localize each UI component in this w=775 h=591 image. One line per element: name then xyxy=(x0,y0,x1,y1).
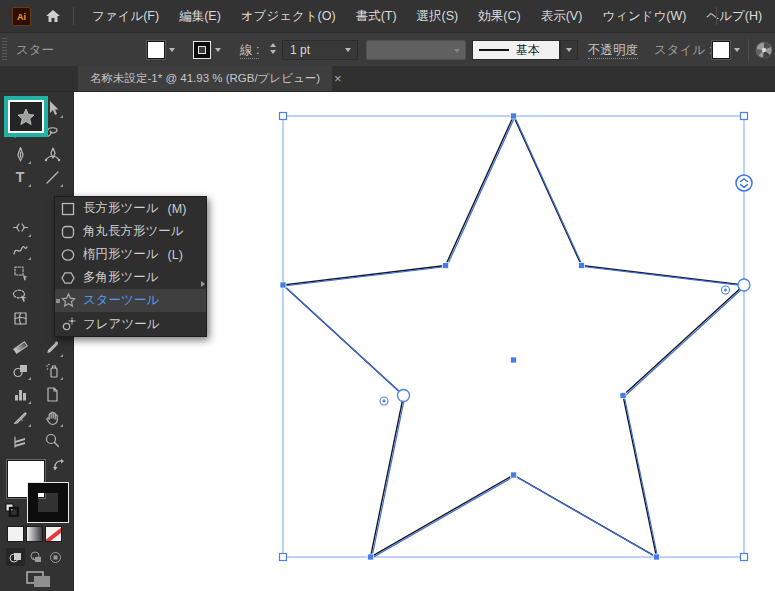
stroke-dropdown-chevron-icon[interactable] xyxy=(215,48,221,52)
hand-tool[interactable] xyxy=(40,406,64,428)
star-icon xyxy=(60,293,76,309)
tearoff-arrow-icon[interactable] xyxy=(201,281,205,287)
style-dropdown-chevron-icon[interactable] xyxy=(734,48,740,52)
bbox-corner-handles xyxy=(280,113,748,561)
fill-color-swatch[interactable] xyxy=(147,41,165,59)
flyout-indicator xyxy=(28,401,31,404)
none-button[interactable] xyxy=(45,526,62,542)
style-swatch[interactable] xyxy=(712,41,730,59)
flyout-item-flare[interactable]: フレアツール xyxy=(55,312,206,335)
symbol-sprayer-tool[interactable] xyxy=(40,359,64,381)
menu-edit[interactable]: 編集(E) xyxy=(169,8,231,25)
graph-tool[interactable] xyxy=(8,383,32,405)
rectangle-icon xyxy=(60,201,76,217)
rounded-rectangle-icon xyxy=(60,224,76,240)
handle-bottom-right[interactable] xyxy=(741,554,748,561)
menu-select[interactable]: 選択(S) xyxy=(407,8,469,25)
curvature-tool[interactable] xyxy=(40,143,64,165)
recolor-artwork-icon[interactable] xyxy=(754,40,774,64)
menu-help[interactable]: ヘルプ(H) xyxy=(696,8,772,25)
stroke-weight-chevron-icon xyxy=(345,48,351,52)
handle-top-left[interactable] xyxy=(280,113,287,120)
opacity-link[interactable]: 不透明度 xyxy=(588,43,638,59)
artboard-tool[interactable] xyxy=(40,383,64,405)
flyout-item-rounded-rectangle[interactable]: 角丸長方形ツール xyxy=(55,220,206,243)
free-transform-tool[interactable] xyxy=(8,261,32,283)
menu-view[interactable]: 表示(V) xyxy=(531,8,593,25)
shape-builder-tool[interactable] xyxy=(8,359,32,381)
selection-type-label: スター xyxy=(16,33,54,67)
corner-widget-left[interactable] xyxy=(398,390,410,402)
flyout-item-ellipse[interactable]: 楕円形ツール (L) xyxy=(55,243,206,266)
menubar-separator xyxy=(73,7,74,25)
width-profile-combo-disabled xyxy=(366,40,466,60)
flyout-indicator xyxy=(60,354,63,357)
draw-behind-mode-button[interactable] xyxy=(26,548,45,566)
warp-tool[interactable] xyxy=(8,239,32,261)
target-indicator-right xyxy=(722,286,730,294)
flyout-indicator xyxy=(60,424,63,427)
draw-inside-mode-button[interactable] xyxy=(46,548,65,566)
line-segment-tool[interactable] xyxy=(40,166,64,188)
anchor-inner-lower-right[interactable] xyxy=(620,393,626,399)
stroke-panel-link[interactable]: 線 : xyxy=(240,43,259,59)
default-fill-stroke-icon[interactable] xyxy=(5,503,19,521)
anchor-bottom-left[interactable] xyxy=(368,554,374,560)
menu-type[interactable]: 書式(T) xyxy=(346,8,407,25)
handle-top-right[interactable] xyxy=(741,113,748,120)
menu-file[interactable]: ファイル(F) xyxy=(82,8,169,25)
tab-close-button[interactable]: × xyxy=(328,66,348,91)
stroke-style-name: 基本 xyxy=(516,42,540,59)
star-tool-highlight[interactable] xyxy=(4,96,48,137)
ellipse-icon xyxy=(60,247,76,263)
pen-tool[interactable] xyxy=(8,143,32,165)
home-icon[interactable] xyxy=(45,8,61,28)
flyout-indicator xyxy=(28,377,31,380)
screen-mode-icon[interactable] xyxy=(25,570,54,591)
width-tool[interactable] xyxy=(8,216,32,238)
stroke-style-dropdown[interactable] xyxy=(560,40,578,60)
slice-tool[interactable] xyxy=(8,406,32,428)
center-point[interactable] xyxy=(511,357,517,363)
stroke-weight-combo[interactable]: 1 pt xyxy=(282,40,358,60)
panel-grip[interactable] xyxy=(2,38,7,62)
target-indicator-left xyxy=(380,397,388,405)
color-button[interactable] xyxy=(7,526,24,542)
document-tab[interactable]: 名称未設定-1* @ 41.93 % (RGB/プレビュー) × xyxy=(78,66,332,91)
menu-object[interactable]: オブジェクト(O) xyxy=(231,8,346,25)
flyout-item-polygon[interactable]: 多角形ツール xyxy=(55,266,206,289)
rotate-view-tool[interactable] xyxy=(8,429,32,451)
anchor-inner-upper-right[interactable] xyxy=(579,263,585,269)
style-label: スタイル : xyxy=(654,33,712,67)
flyout-indicator xyxy=(28,184,31,187)
zoom-tool[interactable] xyxy=(40,429,64,451)
menu-effect[interactable]: 効果(C) xyxy=(468,8,530,25)
stroke-weight-stepper[interactable] xyxy=(270,43,276,54)
star-shape-stroke[interactable] xyxy=(283,116,744,557)
stroke-style-preview[interactable]: 基本 xyxy=(472,40,560,60)
handle-bottom-left[interactable] xyxy=(280,554,287,561)
anchor-top[interactable] xyxy=(511,113,517,119)
fill-dropdown-chevron-icon[interactable] xyxy=(169,48,175,52)
gradient-tool[interactable] xyxy=(8,336,32,358)
rotate-widget-icon[interactable] xyxy=(736,175,752,191)
menu-window[interactable]: ウィンドウ(W) xyxy=(592,8,696,25)
stroke-color-swatch[interactable] xyxy=(193,41,211,59)
swap-fill-stroke-icon[interactable] xyxy=(52,458,67,477)
anchor-inner-bottom[interactable] xyxy=(511,472,517,478)
controlbar-separator xyxy=(748,39,749,61)
gradient-button[interactable] xyxy=(26,526,43,542)
anchor-left[interactable] xyxy=(280,282,286,288)
stroke-color-proxy[interactable] xyxy=(28,483,68,522)
perspective-grid-tool[interactable] xyxy=(8,284,32,306)
corner-widget-right[interactable] xyxy=(738,279,750,291)
mesh-tool[interactable] xyxy=(8,307,32,329)
flyout-item-star[interactable]: スターツール xyxy=(55,289,206,312)
type-tool[interactable]: T xyxy=(8,166,32,188)
flyout-indicator xyxy=(28,234,31,237)
flyout-item-rectangle[interactable]: 長方形ツール (M) xyxy=(55,197,206,220)
eyedropper-tool[interactable] xyxy=(40,336,64,358)
anchor-inner-upper-left[interactable] xyxy=(443,263,449,269)
draw-normal-mode-button[interactable] xyxy=(6,548,25,566)
anchor-bottom-right[interactable] xyxy=(654,554,660,560)
